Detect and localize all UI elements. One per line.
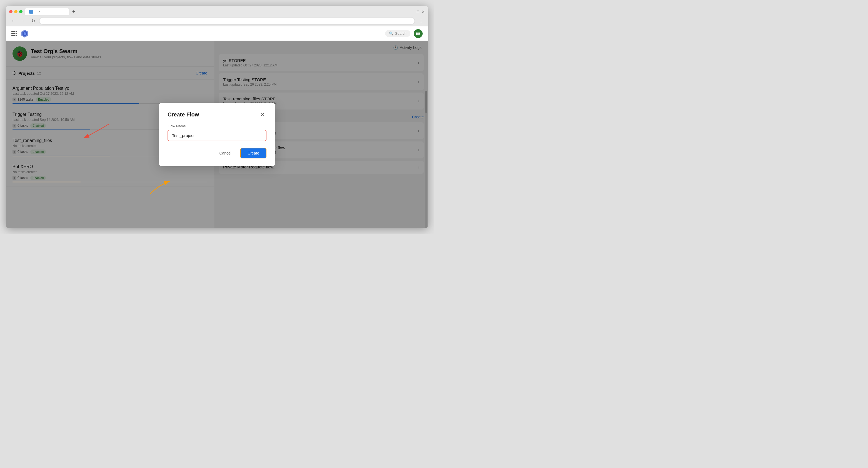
tab-close-button[interactable]: ✕ — [37, 10, 41, 13]
new-tab-button[interactable]: + — [70, 8, 77, 15]
modal-field-label: Flow Name — [167, 124, 267, 128]
red-arrow-annotation — [78, 121, 112, 144]
modal-header: Create Flow ✕ — [167, 111, 267, 118]
app-content: 🔍 Search BB 🐞 Test Org's Swarm View all … — [6, 26, 428, 228]
app-header: 🔍 Search BB — [6, 26, 428, 41]
window-controls: − □ ✕ — [412, 9, 425, 14]
minimize-btn[interactable] — [14, 10, 18, 13]
address-bar[interactable] — [39, 17, 415, 25]
browser-tabs: ✕ + — [25, 8, 77, 15]
browser-chrome: ✕ + − □ ✕ — [6, 6, 428, 15]
create-button[interactable]: Create — [240, 148, 267, 158]
maximize-btn[interactable] — [19, 10, 23, 13]
logo-svg — [20, 29, 29, 38]
search-icon: 🔍 — [389, 31, 394, 36]
browser-window: ✕ + − □ ✕ ← → ↻ ⋮ — [6, 6, 428, 228]
forward-button[interactable]: → — [19, 17, 27, 25]
window-minimize-button[interactable]: − — [412, 9, 414, 14]
main-layout: 🐞 Test Org's Swarm View all your project… — [6, 41, 428, 228]
window-maximize-button[interactable]: □ — [417, 9, 419, 14]
modal-title: Create Flow — [167, 112, 199, 118]
search-label: Search — [395, 31, 406, 36]
close-btn[interactable] — [9, 10, 12, 13]
browser-menu-button[interactable]: ⋮ — [417, 17, 425, 25]
tab-favicon — [29, 10, 33, 13]
create-flow-modal: Create Flow ✕ Flow Name Cancel Create — [159, 103, 275, 166]
cancel-button[interactable]: Cancel — [214, 148, 237, 158]
browser-controls — [9, 10, 23, 13]
grid-icon[interactable] — [11, 31, 17, 36]
browser-tab[interactable]: ✕ — [25, 8, 69, 15]
back-button[interactable]: ← — [9, 17, 17, 25]
yellow-arrow-annotation — [148, 180, 175, 196]
flow-name-input[interactable] — [167, 130, 267, 141]
modal-overlay[interactable]: Create Flow ✕ Flow Name Cancel Create — [6, 41, 428, 228]
reload-button[interactable]: ↻ — [29, 17, 37, 25]
modal-actions: Cancel Create — [167, 148, 267, 158]
header-search[interactable]: 🔍 Search — [385, 30, 410, 37]
app-logo — [20, 29, 29, 38]
browser-toolbar: ← → ↻ ⋮ — [6, 15, 428, 26]
modal-close-button[interactable]: ✕ — [259, 111, 267, 118]
window-close-button[interactable]: ✕ — [422, 9, 425, 14]
browser-title-bar: ✕ + − □ ✕ — [9, 8, 425, 15]
user-avatar[interactable]: BB — [414, 29, 423, 38]
